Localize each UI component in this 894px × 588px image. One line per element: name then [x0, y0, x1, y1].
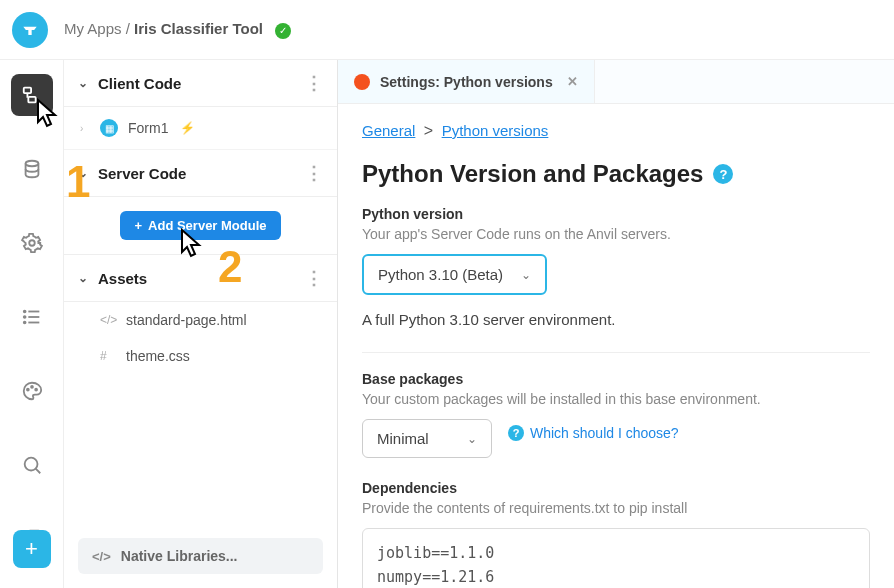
- svg-point-7: [23, 311, 25, 313]
- icon-rail: +: [0, 60, 64, 588]
- dependencies-label: Dependencies: [362, 480, 870, 496]
- form-icon: ▦: [100, 119, 118, 137]
- anvil-logo[interactable]: [12, 12, 48, 48]
- close-tab-icon[interactable]: ✕: [567, 74, 578, 89]
- status-check-icon: ✓: [275, 23, 291, 39]
- svg-point-10: [26, 389, 28, 391]
- rail-list-icon[interactable]: [11, 296, 53, 338]
- svg-rect-0: [23, 88, 30, 94]
- form-label: Form1: [128, 120, 168, 136]
- dependencies-help: Provide the contents of requirements.txt…: [362, 500, 870, 516]
- chevron-down-icon: ⌄: [521, 268, 531, 282]
- python-version-label: Python version: [362, 206, 870, 222]
- python-version-help: Your app's Server Code runs on the Anvil…: [362, 226, 870, 242]
- client-code-header[interactable]: ⌄Client Code ⋮: [64, 60, 337, 107]
- asset-item[interactable]: # theme.css: [64, 338, 337, 374]
- breadcrumb: My Apps / Iris Classifier Tool ✓: [64, 20, 291, 38]
- which-should-i-choose-link[interactable]: ? Which should I choose?: [508, 425, 679, 441]
- add-server-module-button[interactable]: + Add Server Module: [120, 211, 280, 240]
- code-icon: </>: [92, 549, 111, 564]
- base-packages-select[interactable]: Minimal ⌄: [362, 419, 492, 458]
- rail-theme-icon[interactable]: [11, 370, 53, 412]
- tab-settings-python-versions[interactable]: Settings: Python versions ✕: [338, 60, 595, 103]
- app-sidebar: ⌄Client Code ⋮ › ▦ Form1 ⚡ ⌄Server Code …: [64, 60, 338, 588]
- chevron-right-icon: ›: [80, 123, 83, 134]
- asset-label: standard-page.html: [126, 312, 247, 328]
- bolt-icon: ⚡: [180, 121, 195, 135]
- svg-point-8: [23, 316, 25, 318]
- help-icon: ?: [508, 425, 524, 441]
- assets-header[interactable]: ⌄Assets ⋮: [64, 255, 337, 302]
- svg-point-2: [25, 161, 38, 167]
- chevron-down-icon: ⌄: [78, 271, 88, 285]
- native-libraries-button[interactable]: </> Native Libraries...: [78, 538, 323, 574]
- rail-settings-icon[interactable]: [11, 222, 53, 264]
- help-icon[interactable]: ?: [713, 164, 733, 184]
- page-title: Python Version and Packages ?: [362, 160, 870, 188]
- rail-search-icon[interactable]: [11, 444, 53, 486]
- asset-item[interactable]: </> standard-page.html: [64, 302, 337, 338]
- svg-point-9: [23, 322, 25, 324]
- svg-point-12: [35, 389, 37, 391]
- breadcrumb-python-versions[interactable]: Python versions: [442, 122, 549, 139]
- svg-rect-1: [28, 97, 35, 103]
- breadcrumb-current[interactable]: Iris Classifier Tool: [134, 20, 263, 37]
- python-version-select[interactable]: Python 3.10 (Beta) ⌄: [362, 254, 547, 295]
- svg-point-11: [31, 386, 33, 388]
- rail-database-icon[interactable]: [11, 148, 53, 190]
- divider: [362, 352, 870, 353]
- base-packages-label: Base packages: [362, 371, 870, 387]
- settings-tab-icon: [354, 74, 370, 90]
- rail-app-browser-icon[interactable]: [11, 74, 53, 116]
- svg-point-3: [29, 240, 35, 246]
- form-item[interactable]: › ▦ Form1 ⚡: [64, 107, 337, 150]
- rail-add-button[interactable]: +: [13, 530, 51, 568]
- settings-breadcrumb: General > Python versions: [362, 122, 870, 140]
- chevron-down-icon: ⌄: [78, 76, 88, 90]
- server-code-menu[interactable]: ⋮: [305, 162, 323, 184]
- asset-label: theme.css: [126, 348, 190, 364]
- chevron-down-icon: ⌄: [78, 166, 88, 180]
- plus-icon: +: [134, 218, 142, 233]
- hash-icon: #: [100, 349, 114, 363]
- server-code-header[interactable]: ⌄Server Code ⋮: [64, 150, 337, 197]
- chevron-down-icon: ⌄: [467, 432, 477, 446]
- dependencies-textarea[interactable]: joblib==1.1.0 numpy==1.21.6 scikit-learn…: [362, 528, 870, 588]
- code-icon: </>: [100, 313, 114, 327]
- breadcrumb-root[interactable]: My Apps: [64, 20, 122, 37]
- base-packages-help: Your custom packages will be installed i…: [362, 391, 870, 407]
- assets-menu[interactable]: ⋮: [305, 267, 323, 289]
- python-version-desc: A full Python 3.10 server environment.: [362, 311, 870, 328]
- svg-point-13: [24, 458, 37, 471]
- svg-line-14: [35, 469, 40, 474]
- breadcrumb-general[interactable]: General: [362, 122, 415, 139]
- client-code-menu[interactable]: ⋮: [305, 72, 323, 94]
